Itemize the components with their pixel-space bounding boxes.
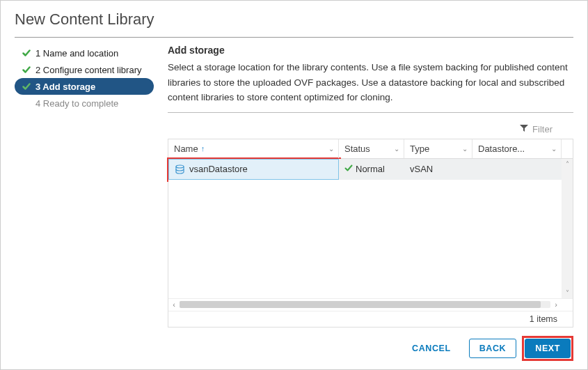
table-body: vsanDatastore Normal vSAN xyxy=(168,159,573,298)
step-add-storage[interactable]: 3 Add storage xyxy=(15,78,154,95)
scroll-left-icon[interactable]: ‹ xyxy=(168,300,180,309)
section-divider xyxy=(168,112,573,113)
column-header-datastore[interactable]: Datastore... ⌄ xyxy=(472,139,562,158)
table-row[interactable]: vsanDatastore Normal vSAN xyxy=(168,159,573,180)
check-icon xyxy=(22,65,31,75)
chevron-down-icon[interactable]: ⌄ xyxy=(328,145,334,153)
cell-status: Normal xyxy=(339,159,404,180)
table-footer: 1 items xyxy=(168,311,573,327)
scroll-right-icon[interactable]: › xyxy=(550,300,562,309)
step-label: 1 Name and location xyxy=(35,48,118,59)
filter-icon[interactable] xyxy=(520,124,528,134)
check-icon xyxy=(22,48,31,58)
column-header-type[interactable]: Type ⌄ xyxy=(404,139,472,158)
wizard-body: 1 Name and location 2 Configure content … xyxy=(1,38,587,327)
chevron-down-icon[interactable]: ⌄ xyxy=(551,145,557,153)
scroll-down-icon: ˅ xyxy=(566,289,569,297)
step-label: 4 Ready to complete xyxy=(35,98,118,109)
section-description: Select a storage location for the librar… xyxy=(168,60,573,105)
chevron-down-icon[interactable]: ⌄ xyxy=(394,145,399,153)
step-label: 2 Configure content library xyxy=(35,65,141,75)
cell-type-text: vSAN xyxy=(410,164,433,174)
column-label: Datastore... xyxy=(478,144,525,154)
filter-row: Filter xyxy=(168,120,573,139)
column-label: Name xyxy=(174,144,198,154)
chevron-down-icon[interactable]: ⌄ xyxy=(462,145,468,153)
back-button[interactable]: BACK xyxy=(469,339,517,358)
scroll-thumb[interactable] xyxy=(180,301,541,308)
cell-datastore xyxy=(472,159,562,180)
step-name-and-location[interactable]: 1 Name and location xyxy=(15,45,154,61)
check-icon xyxy=(22,82,31,91)
scroll-up-icon: ˄ xyxy=(566,160,569,168)
scroll-track[interactable] xyxy=(180,301,550,308)
datastore-icon xyxy=(175,164,185,174)
wizard-footer: CANCEL BACK NEXT xyxy=(1,332,587,369)
vscroll-down[interactable]: ˅ xyxy=(562,180,573,298)
column-header-name[interactable]: Name ↑ ⌄ xyxy=(168,139,339,158)
cell-name: vsanDatastore xyxy=(168,159,339,180)
cell-type: vSAN xyxy=(404,159,472,180)
step-label: 3 Add storage xyxy=(35,82,95,92)
step-spacer-icon xyxy=(22,98,31,108)
section-heading: Add storage xyxy=(168,45,573,56)
cell-name-text: vsanDatastore xyxy=(189,164,248,174)
datastore-table: Name ↑ ⌄ Status ⌄ Type ⌄ Datastore... xyxy=(168,139,573,327)
column-label: Type xyxy=(410,144,429,154)
vscroll-up[interactable]: ˄ xyxy=(562,159,573,180)
svg-point-1 xyxy=(176,165,184,168)
sort-asc-icon: ↑ xyxy=(201,144,205,153)
next-button[interactable]: NEXT xyxy=(525,339,571,358)
window-title: New Content Library xyxy=(1,1,587,37)
status-check-icon xyxy=(344,164,353,174)
column-label: Status xyxy=(344,144,370,154)
table-header: Name ↑ ⌄ Status ⌄ Type ⌄ Datastore... xyxy=(168,139,573,159)
wizard-steps: 1 Name and location 2 Configure content … xyxy=(15,45,154,327)
cancel-button[interactable]: CANCEL xyxy=(402,339,461,358)
column-scroll-gutter xyxy=(562,139,573,158)
horizontal-scrollbar[interactable]: ‹ › xyxy=(168,298,573,311)
step-configure-content-library[interactable]: 2 Configure content library xyxy=(15,61,154,78)
wizard-main: Add storage Select a storage location fo… xyxy=(154,45,573,327)
column-header-status[interactable]: Status ⌄ xyxy=(339,139,404,158)
row-count: 1 items xyxy=(530,314,557,324)
cell-status-text: Normal xyxy=(356,164,385,174)
step-ready-to-complete[interactable]: 4 Ready to complete xyxy=(15,95,154,111)
wizard-dialog: New Content Library 1 Name and location … xyxy=(0,0,588,370)
svg-marker-0 xyxy=(520,125,528,132)
filter-input[interactable]: Filter xyxy=(532,124,553,134)
